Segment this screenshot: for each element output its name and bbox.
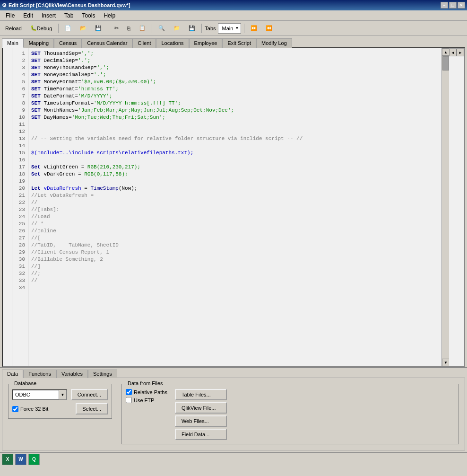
code-line-1: SET ThousandSep=','; <box>31 50 439 57</box>
code-line-9: SET MonthNames='Jan;Feb;Mar;Apr;May;Jun;… <box>31 107 439 114</box>
script-tab-locations[interactable]: Locations <box>156 38 189 48</box>
status-bar: X W Q <box>0 452 467 466</box>
line-numbers: 1234567891011121314151617181920212223242… <box>12 48 28 366</box>
title-bar: ⚙ Edit Script [C:\QlikView\Census Dashbo… <box>0 0 467 10</box>
close-button[interactable]: × <box>458 2 465 9</box>
script-tab-exit-script[interactable]: Exit Script <box>222 38 256 48</box>
menu-tab[interactable]: Tab <box>61 11 77 20</box>
code-line-15: $(Include=..\include scripts\relativefil… <box>31 150 439 157</box>
menu-tools[interactable]: Tools <box>78 11 99 20</box>
script-tab-modify-log[interactable]: Modify Log <box>256 38 292 48</box>
force32-checkbox[interactable] <box>12 406 18 412</box>
code-line-19 <box>31 178 439 185</box>
database-group-label: Database <box>12 380 38 386</box>
dropdown-arrow-icon[interactable]: ▼ <box>235 26 239 30</box>
relative-paths-checkbox[interactable] <box>126 389 132 395</box>
script-tab-employee[interactable]: Employee <box>189 38 223 48</box>
code-line-31: //] <box>31 263 439 270</box>
bottom-tab-variables[interactable]: Variables <box>56 370 88 378</box>
file-btn-3[interactable]: Field Data... <box>175 429 227 440</box>
code-line-27: //[ <box>31 235 439 242</box>
code-line-30: //Billable Something, 2 <box>31 256 439 263</box>
bottom-tab-data[interactable]: Data <box>2 370 23 378</box>
code-editor[interactable]: SET ThousandSep=',';SET DecimalSep='.';S… <box>28 48 441 366</box>
toolbar-btn-1[interactable]: 📄 <box>61 23 75 34</box>
editor-area[interactable]: 1234567891011121314151617181920212223242… <box>3 48 449 366</box>
combo-arrow-icon[interactable]: ▼ <box>59 390 66 399</box>
code-line-11 <box>31 121 439 128</box>
bottom-tab-settings[interactable]: Settings <box>88 370 117 378</box>
bottom-tab-functions[interactable]: Functions <box>23 370 56 378</box>
vertical-scrollbar[interactable]: ▲ ▼ <box>441 48 449 366</box>
menu-insert[interactable]: Insert <box>38 11 60 20</box>
toolbar-btn-2[interactable]: 📂 <box>77 23 90 34</box>
connect-button[interactable]: Connect... <box>71 389 108 400</box>
debug-icon: 🐛 <box>30 25 37 31</box>
scroll-up-button[interactable]: ▲ <box>442 48 449 56</box>
code-line-34 <box>31 284 439 291</box>
toolbar-btn-search[interactable]: 🔍 <box>155 23 168 34</box>
scroll-left-button[interactable]: ◄ <box>449 49 457 56</box>
bottom-panel: DataFunctionsVariablesSettings Database … <box>0 367 467 452</box>
toolbar: Reload 🐛 Debug 📄 📂 💾 ✂ ⎘ 📋 🔍 📁 💾 Tabs Ma… <box>0 21 467 36</box>
code-line-10: SET DayNames='Mon;Tue;Wed;Thu;Fri;Sat;Su… <box>31 114 439 121</box>
script-tab-census[interactable]: Census <box>54 38 82 48</box>
code-line-26: //Inline <box>31 228 439 235</box>
tab-dropdown[interactable]: Main ▼ <box>218 23 242 34</box>
toolbar-separator <box>58 24 59 33</box>
file-btn-0[interactable]: Table Files... <box>175 389 227 400</box>
code-line-20: Let vDataRefresh = TimeStamp(Now); <box>31 185 439 192</box>
toolbar-btn-cut[interactable]: ✂ <box>111 23 122 34</box>
toolbar-btn-extra2[interactable]: ⏪ <box>262 23 276 34</box>
code-line-2: SET DecimalSep='.'; <box>31 57 439 64</box>
file-btn-2[interactable]: Web Files... <box>175 415 227 427</box>
menu-file[interactable]: File <box>2 11 18 20</box>
code-line-5: SET MoneyFormat='$#,##0.00;($#,##0.00)'; <box>31 79 439 86</box>
editor-section: MainMappingCensusCensus CalendarClientLo… <box>0 36 467 367</box>
scroll-thumb-v[interactable] <box>442 56 449 71</box>
maximize-button[interactable]: □ <box>449 2 457 9</box>
database-combo[interactable]: ODBC ▼ <box>12 389 67 400</box>
files-group: Data from Files Relative Paths Use FTP <box>121 384 459 444</box>
files-checkboxes: Relative Paths Use FTP <box>126 389 167 440</box>
code-line-33: // <box>31 277 439 284</box>
toolbar-btn-save2[interactable]: 💾 <box>185 23 199 34</box>
script-tab-client[interactable]: Client <box>132 38 156 48</box>
toolbar-btn-copy[interactable]: ⎘ <box>124 23 134 34</box>
scroll-right-button[interactable]: ► <box>457 49 464 56</box>
relative-paths-row: Relative Paths <box>126 389 167 395</box>
select-button[interactable]: Select... <box>76 403 108 414</box>
code-line-17: Set vLightGreen = RGB(210,230,217); <box>31 164 439 171</box>
excel-status-icon[interactable]: X <box>2 454 13 465</box>
script-tabs: MainMappingCensusCensus CalendarClientLo… <box>0 36 467 47</box>
toolbar-btn-extra1[interactable]: ⏩ <box>247 23 260 34</box>
use-ftp-label: Use FTP <box>134 397 154 403</box>
code-line-23: //[Tabs]: <box>31 206 439 213</box>
code-line-8: SET TimestampFormat='M/D/YYYY h:mm:ss[.f… <box>31 100 439 107</box>
script-tab-main[interactable]: Main <box>2 38 24 48</box>
files-buttons: Table Files...QlikView File...Web Files.… <box>175 389 227 440</box>
code-line-25: // * <box>31 220 439 228</box>
toolbar-btn-folder[interactable]: 📁 <box>170 23 183 34</box>
script-tab-mapping[interactable]: Mapping <box>24 38 54 48</box>
scroll-down-button[interactable]: ▼ <box>442 359 449 366</box>
code-line-7: SET DateFormat='M/D/YYYY'; <box>31 93 439 100</box>
menu-edit[interactable]: Edit <box>19 11 37 20</box>
code-line-3: SET MoneyThousandSep=','; <box>31 64 439 71</box>
code-line-22: // <box>31 199 439 206</box>
toolbar-btn-paste[interactable]: 📋 <box>136 23 149 34</box>
reload-button[interactable]: Reload <box>2 23 25 34</box>
file-btn-1[interactable]: QlikView File... <box>175 402 227 414</box>
menu-help[interactable]: Help <box>100 11 119 20</box>
tabs-label: Tabs <box>205 26 216 31</box>
horizontal-scrollbar[interactable]: ◄ ► <box>449 48 464 56</box>
toolbar-btn-3[interactable]: 💾 <box>92 23 105 34</box>
minimize-button[interactable]: − <box>441 2 448 9</box>
debug-button[interactable]: 🐛 Debug <box>27 23 55 34</box>
scroll-track-v[interactable] <box>442 56 449 359</box>
word-status-icon[interactable]: W <box>15 454 26 465</box>
script-tab-census-calendar[interactable]: Census Calendar <box>82 38 132 48</box>
qlikview-status-icon[interactable]: Q <box>28 454 40 465</box>
app-icon: ⚙ <box>2 2 7 9</box>
use-ftp-checkbox[interactable] <box>126 397 132 403</box>
